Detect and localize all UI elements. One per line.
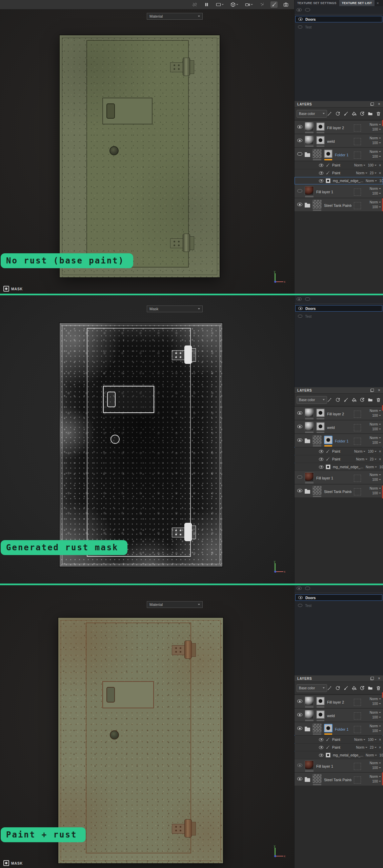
layer-name[interactable]: weld <box>327 139 335 143</box>
eye-icon[interactable] <box>297 139 302 142</box>
eye-off-icon[interactable] <box>297 189 302 193</box>
material-slot[interactable] <box>354 763 361 770</box>
blend-opacity-controls[interactable]: Norm 100 <box>364 150 381 158</box>
layer-row-weld[interactable]: weld Norm 100 <box>295 709 383 722</box>
remove-effect-icon[interactable]: × <box>379 457 381 461</box>
eye-off-icon[interactable] <box>297 475 302 479</box>
eye-icon[interactable] <box>297 764 302 767</box>
effect-row-generator[interactable]: mg_metal_edge_... Norm 100 × <box>295 177 383 184</box>
layer-mask-thumbnail[interactable] <box>316 710 325 719</box>
particles-icon[interactable] <box>259 1 266 8</box>
viewport-mode-dropdown[interactable]: Material <box>147 601 203 608</box>
layer-row-folder-1[interactable]: Folder 1 Norm 100 <box>295 148 383 161</box>
visibility-all-icon[interactable] <box>297 297 302 301</box>
layer-thumbnail[interactable] <box>305 136 314 145</box>
layer-thumbnail[interactable] <box>305 710 314 719</box>
layer-thumbnail[interactable] <box>305 422 314 431</box>
material-slot[interactable] <box>354 152 361 159</box>
effect-name[interactable]: mg_metal_edge_... <box>333 179 363 183</box>
blend-opacity-controls[interactable]: Norm 100 <box>364 473 381 481</box>
paint-brush-icon[interactable] <box>270 1 278 8</box>
bucket-icon[interactable] <box>351 397 357 402</box>
eye-icon[interactable] <box>319 738 323 741</box>
layer-row-fill-layer-1[interactable]: Fill layer 1 Norm 100 <box>295 759 383 772</box>
layer-row-folder-1[interactable]: Folder 1 Norm 100 <box>295 722 383 735</box>
eye-icon[interactable] <box>297 425 302 428</box>
layer-row-fill-layer-1[interactable]: Fill layer 1 Norm 100 <box>295 471 383 484</box>
viewport-3d[interactable]: Material Paint + rust MASK yx <box>0 585 294 868</box>
channel-dropdown[interactable]: Base color <box>297 684 327 692</box>
layer-row-steel-tank-painted[interactable]: Steel Tank Painted Norm 100 <box>295 773 383 786</box>
layer-row-fill-layer-1[interactable]: Fill layer 1 Norm 100 <box>295 185 383 198</box>
remove-effect-icon[interactable]: × <box>379 450 381 453</box>
magic-wand-icon[interactable] <box>327 686 332 691</box>
folder-thumbnail[interactable] <box>313 435 322 445</box>
effect-name[interactable]: Paint <box>332 457 340 461</box>
effect-row-paint[interactable]: Paint Norm 100 × <box>295 161 383 169</box>
blend-opacity-controls[interactable]: Norm 100 <box>364 775 381 783</box>
material-slot[interactable] <box>354 424 361 431</box>
layer-name[interactable]: Steel Tank Painted <box>324 490 351 494</box>
layer-mask-thumbnail[interactable] <box>316 122 325 131</box>
effect-name[interactable]: mg_metal_edge_... <box>333 753 363 757</box>
effect-name[interactable]: mg_metal_edge_... <box>333 465 363 469</box>
remove-effect-icon[interactable]: × <box>379 171 381 175</box>
magic-wand-icon[interactable] <box>327 111 332 116</box>
paint-layer-icon[interactable] <box>343 397 348 402</box>
effect-row-paint[interactable]: Paint Norm 100 × <box>295 736 383 743</box>
unlink-icon[interactable] <box>191 1 198 8</box>
material-slot[interactable] <box>354 124 361 132</box>
folder-mask-thumbnail[interactable] <box>324 150 332 158</box>
eye-icon[interactable] <box>319 164 323 167</box>
screenshot-camera-icon[interactable] <box>282 1 289 8</box>
eye-icon[interactable] <box>319 746 323 749</box>
texture-set-item-doors[interactable]: Doors <box>295 305 382 312</box>
tab-texture-set-list[interactable]: TEXTURE SET LIST <box>339 0 375 6</box>
layer-name[interactable]: Folder 1 <box>335 727 348 731</box>
trash-icon[interactable] <box>376 111 381 116</box>
material-slot[interactable] <box>354 411 361 418</box>
eye-icon[interactable] <box>297 713 302 716</box>
paint-layer-icon[interactable] <box>343 686 348 691</box>
geometry-mode-icon[interactable] <box>229 1 239 8</box>
fill-layer-icon[interactable] <box>335 686 340 691</box>
material-slot[interactable] <box>354 776 361 784</box>
fill-layer-icon[interactable] <box>335 397 340 402</box>
layer-row-fill-layer-2[interactable]: Fill layer 2 Norm 100 <box>295 121 383 134</box>
eye-icon[interactable] <box>298 307 303 310</box>
effect-row-paint[interactable]: Paint Norm 23 × <box>295 744 383 751</box>
bucket-icon[interactable] <box>351 111 357 116</box>
eye-icon[interactable] <box>297 777 302 781</box>
trash-icon[interactable] <box>376 686 381 691</box>
door-3d-model-rust[interactable] <box>58 618 223 863</box>
remove-effect-icon[interactable]: × <box>379 738 381 742</box>
bucket-icon[interactable] <box>351 686 357 691</box>
effects-icon[interactable] <box>360 397 365 402</box>
layer-name[interactable]: Folder 1 <box>335 439 348 443</box>
remove-effect-icon[interactable]: × <box>379 746 381 749</box>
close-icon[interactable]: × <box>378 388 380 392</box>
effect-name[interactable]: Paint <box>332 449 340 453</box>
blend-opacity-controls[interactable]: Norm 100 <box>364 187 381 195</box>
eye-icon[interactable] <box>297 699 302 703</box>
blend-opacity-controls[interactable]: Norm 100 <box>364 711 381 719</box>
layer-name[interactable]: Fill layer 2 <box>327 700 344 704</box>
door-3d-model-mask[interactable] <box>60 323 222 567</box>
eye-off-icon[interactable] <box>297 152 302 156</box>
material-slot[interactable] <box>354 475 361 482</box>
folder-thumbnail[interactable] <box>313 200 322 209</box>
folder-icon[interactable] <box>305 778 310 782</box>
door-3d-model[interactable] <box>60 35 220 277</box>
dock-float-icon[interactable] <box>370 389 374 392</box>
layer-row-fill-layer-2[interactable]: Fill layer 2 Norm 100 <box>295 407 383 420</box>
layer-name[interactable]: Fill layer 1 <box>316 190 333 194</box>
add-folder-icon[interactable] <box>368 686 373 691</box>
material-slot[interactable] <box>354 138 361 145</box>
effect-row-generator[interactable]: mg_metal_edge_... Norm 100 × <box>295 463 383 471</box>
blend-opacity-controls[interactable]: Norm 100 <box>364 136 381 145</box>
layer-row-steel-tank-painted[interactable]: Steel Tank Painted Norm 100 <box>295 198 383 211</box>
add-folder-icon[interactable] <box>368 397 373 402</box>
blend-opacity-controls[interactable]: Norm 100 <box>364 200 381 209</box>
folder-icon[interactable] <box>305 204 310 208</box>
remove-effect-icon[interactable]: × <box>379 163 381 167</box>
